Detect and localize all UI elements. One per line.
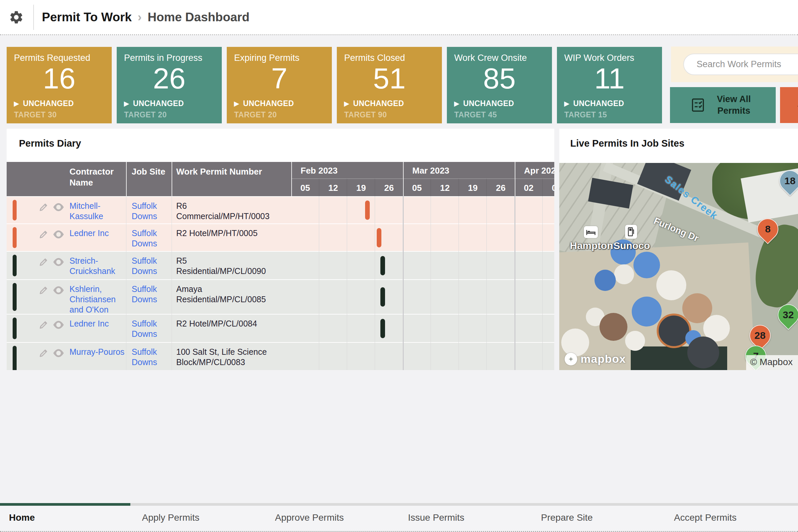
tab-approve-permits[interactable]: Approve Permits (266, 506, 399, 531)
view-eye-icon[interactable] (53, 203, 64, 212)
view-eye-icon[interactable] (53, 286, 64, 295)
kpi-value: 16 (14, 63, 104, 94)
kpi-target: TARGET 30 (14, 110, 57, 119)
gantt-marker (380, 287, 385, 307)
kpi-work-crew-onsite[interactable]: Work Crew Onsite 85 ▶UNCHANGED TARGET 45 (447, 47, 552, 124)
kpi-expiring-permits[interactable]: Expiring Permits 7 ▶UNCHANGED TARGET 20 (227, 47, 332, 124)
job-sites-map[interactable]: Hampton Sunoco Sales Creek Furlong Dr 18… (559, 163, 798, 370)
contractor-link[interactable]: Streich-Cruickshank (70, 256, 125, 276)
edit-pencil-icon[interactable] (39, 348, 49, 358)
map-tank (600, 313, 627, 341)
tab-prepare-site[interactable]: Prepare Site (532, 506, 665, 531)
edit-pencil-icon[interactable] (39, 229, 49, 240)
quick-action-button[interactable] (780, 87, 798, 123)
kpi-trend: ▶UNCHANGED (14, 99, 74, 108)
row-status-bar (13, 227, 17, 248)
kpi-value: 7 (234, 63, 324, 94)
permit-dashboard-page: Permit To Work › Home Dashboard Permits … (0, 0, 798, 532)
trend-arrow-icon: ▶ (124, 100, 129, 108)
gantt-marker (377, 228, 381, 247)
diary-table-body: Mitchell-Kassulke Suffolk Downs R6 Comme… (7, 196, 554, 370)
contractor-link[interactable]: Ledner Inc (70, 319, 125, 329)
map-tank (657, 314, 691, 348)
hotel-icon (584, 226, 598, 238)
checklist-icon (690, 97, 706, 113)
view-eye-icon[interactable] (53, 230, 64, 239)
kpi-target: TARGET 20 (124, 110, 167, 119)
mapbox-logo[interactable]: mapbox (565, 353, 626, 365)
road-label: Furlong Dr (652, 215, 700, 244)
kpi-value: 26 (124, 63, 214, 94)
job-site-link[interactable]: Suffolk Downs (132, 256, 168, 276)
header-divider (172, 162, 172, 196)
tab-apply-permits[interactable]: Apply Permits (133, 506, 266, 531)
contractor-link[interactable]: Mitchell-Kassulke (70, 201, 125, 222)
breadcrumb-app-title[interactable]: Permit To Work (42, 10, 132, 24)
view-eye-icon[interactable] (53, 320, 64, 329)
work-permit-number: R6 Commercial/MP/HT/0003 (176, 201, 271, 222)
table-row: Mitchell-Kassulke Suffolk Downs R6 Comme… (7, 196, 554, 224)
contractor-link[interactable]: Murray-Pouros (70, 347, 125, 357)
table-row: Ledner Inc Suffolk Downs R2 Hotel/MP/HT/… (7, 224, 554, 251)
edit-pencil-icon[interactable] (39, 320, 49, 330)
search-input[interactable] (683, 54, 798, 75)
row-status-bar (13, 200, 17, 221)
tab-accept-permits[interactable]: Accept Permits (665, 506, 798, 531)
nav-tabs: Home Apply Permits Approve Permits Issue… (0, 506, 798, 531)
permits-diary-panel: Permits Diary Contractor Name Job Site W… (7, 129, 554, 370)
kpi-target: TARGET 15 (564, 110, 607, 119)
job-site-link[interactable]: Suffolk Downs (132, 201, 168, 222)
kpi-target: TARGET 45 (454, 110, 497, 119)
live-permits-panel: Live Permits In Job Sites (559, 129, 798, 370)
live-permits-title: Live Permits In Job Sites (570, 138, 684, 149)
week-header: 05 (403, 178, 431, 196)
edit-pencil-icon[interactable] (39, 257, 49, 267)
edit-pencil-icon[interactable] (39, 285, 49, 295)
kpi-permits-in-progress[interactable]: Permits in Progress 26 ▶UNCHANGED TARGET… (117, 47, 222, 124)
kpi-wip-work-orders[interactable]: WIP Work Orders 11 ▶UNCHANGED TARGET 15 (557, 47, 662, 124)
kpi-permits-requested[interactable]: Permits Requested 16 ▶UNCHANGED TARGET 3… (7, 47, 112, 124)
tab-issue-permits[interactable]: Issue Permits (399, 506, 532, 531)
column-header-job-site: Job Site (132, 166, 168, 177)
row-status-bar (13, 255, 17, 276)
job-site-link[interactable]: Suffolk Downs (132, 319, 168, 339)
search-panel (671, 46, 798, 82)
week-header: 26 (375, 178, 403, 196)
job-site-link[interactable]: Suffolk Downs (132, 228, 168, 249)
week-header: 09 (543, 178, 554, 196)
contractor-link[interactable]: Ledner Inc (70, 228, 125, 239)
table-row: Streich-Cruickshank Suffolk Downs R5 Res… (7, 251, 554, 279)
month-header-feb: Feb 2023 (291, 162, 403, 178)
kpi-target: TARGET 20 (234, 110, 277, 119)
week-header: 19 (347, 178, 375, 196)
view-eye-icon[interactable] (53, 348, 64, 358)
view-eye-icon[interactable] (53, 258, 64, 267)
trend-arrow-icon: ▶ (14, 100, 19, 108)
contractor-link[interactable]: Kshlerin, Christiansen and O'Kon (70, 284, 125, 315)
map-tank (632, 297, 662, 326)
app-header: Permit To Work › Home Dashboard (0, 0, 798, 35)
kpi-trend: ▶UNCHANGED (124, 99, 184, 108)
row-status-bar (13, 346, 17, 370)
kpi-trend: ▶UNCHANGED (564, 99, 624, 108)
kpi-permits-closed[interactable]: Permits Closed 51 ▶UNCHANGED TARGET 90 (337, 47, 442, 124)
settings-gear-icon[interactable] (8, 10, 24, 25)
job-site-link[interactable]: Suffolk Downs (132, 284, 168, 305)
permits-diary-title: Permits Diary (19, 138, 81, 149)
map-tank (687, 337, 719, 368)
edit-pencil-icon[interactable] (39, 202, 49, 212)
job-site-link[interactable]: Suffolk Downs (132, 347, 168, 367)
kpi-trend: ▶UNCHANGED (234, 99, 294, 108)
week-header: 12 (319, 178, 347, 196)
trend-arrow-icon: ▶ (344, 100, 349, 108)
tab-home[interactable]: Home (0, 506, 133, 531)
map-tank (657, 270, 686, 300)
map-attribution[interactable]: © Mapbox (746, 355, 798, 370)
view-all-permits-button[interactable]: View All Permits (670, 87, 776, 123)
week-header: 02 (515, 178, 543, 196)
nav-active-indicator (0, 503, 130, 506)
month-header-apr: Apr 2023 (515, 162, 554, 178)
map-tank (633, 252, 660, 278)
kpi-trend: ▶UNCHANGED (344, 99, 404, 108)
gantt-marker (380, 319, 385, 338)
